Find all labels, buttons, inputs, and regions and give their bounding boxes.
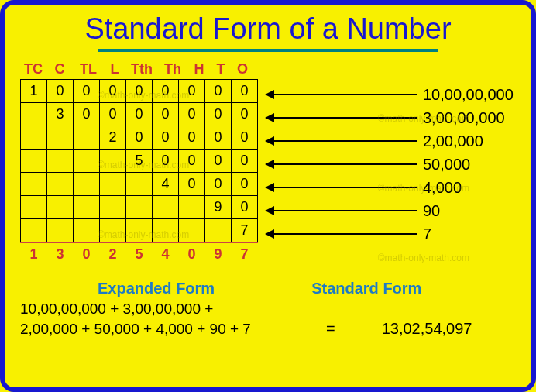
table-cell: 9: [205, 196, 232, 219]
table-cell: [74, 196, 100, 219]
arrow-label: 7: [423, 225, 516, 243]
sum-cell: 9: [205, 242, 232, 266]
sum-cell: 1: [21, 242, 47, 266]
sum-cell: 4: [153, 242, 179, 266]
table-cell: 0: [232, 196, 258, 219]
table-cell: 0: [232, 150, 258, 173]
table-cell: 0: [205, 126, 232, 150]
header-tl: TL: [73, 61, 104, 77]
table-cell: [21, 196, 47, 219]
table-cell: 0: [179, 103, 205, 126]
arrow-label: 3,00,00,000: [423, 109, 516, 127]
table-cell: [21, 219, 47, 242]
table-cell: 0: [232, 126, 258, 150]
digits-table: 1000000003000000020000050000400090713025…: [20, 79, 258, 266]
table-cell: 7: [232, 219, 258, 242]
sum-cell: 3: [47, 242, 74, 266]
arrow-icon: [266, 140, 417, 142]
standard-form-label: Standard Form: [311, 280, 421, 297]
table-row: 200000: [21, 126, 258, 150]
content-area: TC C TL L Tth Th H T O 10000000030000000…: [20, 61, 516, 266]
table-cell: 0: [179, 173, 205, 196]
table-cell: [153, 219, 179, 242]
table-cell: [74, 219, 100, 242]
table-cell: [126, 196, 153, 219]
table-cell: [100, 173, 126, 196]
table-cell: [126, 219, 153, 242]
expanded-line2: 2,00,000 + 50,000 + 4,000 + 90 + 7: [20, 321, 326, 338]
table-cell: [47, 126, 74, 150]
table-cell: 0: [126, 103, 153, 126]
table-row: 4000: [21, 173, 258, 196]
table-cell: [100, 196, 126, 219]
table-cell: 0: [205, 80, 232, 103]
arrow-label: 10,00,00,000: [423, 86, 516, 104]
table-cell: 0: [153, 126, 179, 150]
arrow-row: 2,00,000: [266, 129, 516, 153]
table-cell: 4: [153, 173, 179, 196]
table-cell: 0: [179, 80, 205, 103]
table-row: 7: [21, 219, 258, 242]
table-cell: [47, 196, 74, 219]
table-cell: 5: [126, 150, 153, 173]
table-cell: 0: [153, 80, 179, 103]
table-cell: [74, 150, 100, 173]
table-cell: 0: [74, 103, 100, 126]
header-tc: TC: [20, 61, 46, 77]
header-t: T: [211, 61, 231, 77]
header-th: Th: [158, 61, 187, 77]
arrow-label: 2,00,000: [423, 132, 516, 150]
sum-cell: 0: [179, 242, 205, 266]
table-cell: [74, 126, 100, 150]
table-row: 50000: [21, 150, 258, 173]
arrow-icon: [266, 94, 417, 95]
expanded-form-label: Expanded Form: [98, 280, 215, 297]
table-cell: 0: [126, 126, 153, 150]
table-cell: [21, 126, 47, 150]
equals-sign: =: [326, 320, 335, 338]
arrows-column: 10,00,00,0003,00,00,0002,00,00050,0004,0…: [266, 61, 516, 266]
arrow-icon: [266, 187, 417, 188]
sum-cell: 0: [74, 242, 100, 266]
table-cell: 1: [21, 80, 47, 103]
table-cell: 0: [153, 103, 179, 126]
table-cell: 0: [100, 103, 126, 126]
table-cell: [74, 173, 100, 196]
table-cell: [21, 173, 47, 196]
table-cell: [47, 219, 74, 242]
table-cell: 0: [179, 150, 205, 173]
arrow-row: 10,00,00,000: [266, 83, 516, 106]
table-cell: [153, 196, 179, 219]
table-cell: [205, 219, 232, 242]
table-cell: 0: [100, 80, 126, 103]
table-cell: [100, 150, 126, 173]
table-cell: [179, 219, 205, 242]
table-cell: [47, 173, 74, 196]
table-cell: 0: [205, 173, 232, 196]
arrow-row: 4,000: [266, 176, 516, 199]
table-cell: 0: [179, 126, 205, 150]
arrow-label: 90: [423, 202, 516, 220]
table-cell: 0: [205, 103, 232, 126]
header-tth: Tth: [125, 61, 158, 77]
place-value-headers: TC C TL L Tth Th H T O: [20, 61, 258, 77]
arrow-row: 50,000: [266, 153, 516, 176]
table-cell: 0: [232, 173, 258, 196]
table-cell: 2: [100, 126, 126, 150]
header-o: O: [231, 61, 254, 77]
bottom-section: Expanded Form Standard Form 10,00,00,000…: [20, 280, 516, 338]
header-c: C: [46, 61, 73, 77]
header-l: L: [104, 61, 125, 77]
table-cell: 0: [47, 80, 74, 103]
title-underline: [98, 49, 438, 52]
table-cell: 0: [126, 80, 153, 103]
arrow-row: 3,00,00,000: [266, 106, 516, 129]
arrow-icon: [266, 117, 417, 119]
page-title: Standard Form of a Number: [20, 12, 516, 46]
table-cell: [21, 150, 47, 173]
table-area: TC C TL L Tth Th H T O 10000000030000000…: [20, 61, 258, 266]
sum-row: 130254097: [21, 242, 258, 266]
table-cell: [179, 196, 205, 219]
table-row: 30000000: [21, 103, 258, 126]
table-cell: 3: [47, 103, 74, 126]
